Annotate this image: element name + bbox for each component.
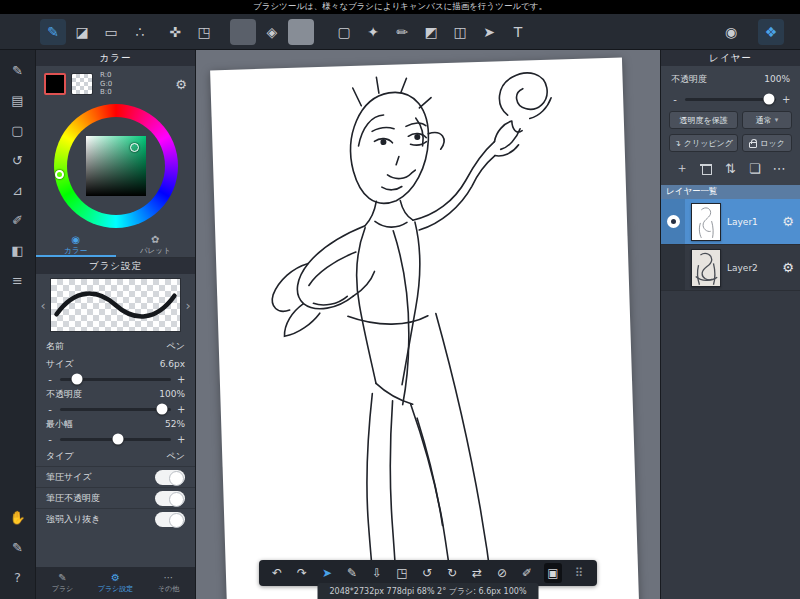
size-slider-track[interactable] <box>60 378 171 381</box>
material-icon[interactable]: ▣ <box>544 563 562 583</box>
clipping-label: クリッピング <box>684 138 733 149</box>
bucket-tool[interactable]: ◈ <box>259 19 285 45</box>
flip-canvas-icon[interactable]: ⇄ <box>469 563 485 583</box>
export-icon[interactable]: ◳ <box>394 563 410 583</box>
blend-mode-button[interactable]: 通常 ▾ <box>742 111 792 129</box>
stylus-only-icon[interactable]: ✎ <box>6 535 30 559</box>
divide-canvas-tool[interactable]: ◫ <box>447 19 473 45</box>
opacity-slider-knob[interactable] <box>157 404 168 415</box>
lock-button[interactable]: ロック <box>742 134 792 152</box>
pressure-size-toggle[interactable] <box>155 470 185 485</box>
layer2-visibility-toggle[interactable] <box>661 245 685 290</box>
size-minus-button[interactable]: - <box>46 374 54 385</box>
rotate-ccw-icon[interactable]: ↺ <box>419 563 435 583</box>
pressure-opacity-toggle[interactable] <box>155 491 185 506</box>
layer1-settings-icon[interactable]: ⚙ <box>782 214 800 229</box>
sv-cursor[interactable] <box>130 143 139 152</box>
select-eraser-tool[interactable]: ◩ <box>418 19 444 45</box>
disable-touch-draw-icon[interactable]: ⊘ <box>494 563 510 583</box>
undo-icon[interactable]: ↶ <box>269 563 285 583</box>
minwidth-minus-button[interactable]: - <box>46 434 54 445</box>
rotate-view-icon[interactable]: ↺ <box>6 148 30 172</box>
rotate-cw-icon[interactable]: ↻ <box>444 563 460 583</box>
bg-color-swatch[interactable] <box>288 19 314 45</box>
more-layer-options-icon[interactable]: ⋯ <box>770 159 788 177</box>
prev-brush-icon[interactable]: ‹ <box>38 298 48 313</box>
tab-brush[interactable]: ✎ ブラシ <box>36 567 89 599</box>
size-plus-button[interactable]: + <box>177 374 185 385</box>
layer-opacity-track[interactable] <box>685 98 776 101</box>
text-tool[interactable]: T <box>505 19 531 45</box>
opacity-slider-track[interactable] <box>60 408 171 411</box>
transparent-color-swatch[interactable] <box>71 73 93 95</box>
canvas[interactable] <box>210 58 643 599</box>
pages-icon[interactable]: ▤ <box>6 88 30 112</box>
grid-icon[interactable]: ⠿ <box>571 563 587 583</box>
duplicate-layer-icon[interactable]: ❏ <box>746 159 764 177</box>
clipping-button[interactable]: ↴ クリッピング <box>669 134 738 152</box>
fg-bg-color-icon[interactable]: ◧ <box>6 238 30 262</box>
layer-opacity-minus[interactable]: - <box>671 94 679 105</box>
shape-brush-tool[interactable]: ▭ <box>98 19 124 45</box>
minwidth-plus-button[interactable]: + <box>177 434 185 445</box>
canvas-status-bar: 2048*2732px 778dpi 68% 2° ブラシ: 6.6px 100… <box>318 583 539 599</box>
snap-select-icon[interactable]: ➤ <box>319 563 335 583</box>
layer-list-title: レイヤー一覧 <box>666 186 718 198</box>
protect-alpha-button[interactable]: 透明度を保護 <box>669 111 738 129</box>
add-layer-icon[interactable]: ＋ <box>673 159 691 177</box>
fg-color-swatch[interactable] <box>230 19 256 45</box>
pen-rail-icon[interactable]: ✎ <box>6 58 30 82</box>
tab-brush-settings[interactable]: ⚙ ブラシ設定 <box>89 567 142 599</box>
layer-row-layer1[interactable]: Layer1 ⚙ <box>661 199 800 245</box>
save-icon[interactable]: ⇩ <box>369 563 385 583</box>
select-pen-tool[interactable]: ✏ <box>389 19 415 45</box>
primary-color-swatch[interactable] <box>44 73 66 95</box>
tab-color[interactable]: ◉ カラー <box>36 232 116 257</box>
layer-opacity-knob[interactable] <box>763 94 774 105</box>
pan-hand-icon[interactable]: ✋ <box>6 505 30 529</box>
scatter-brush-tool[interactable]: ∴ <box>127 19 153 45</box>
pen-quick-icon[interactable]: ✎ <box>344 563 360 583</box>
transform-tool[interactable]: ◳ <box>191 19 217 45</box>
opacity-plus-button[interactable]: + <box>177 404 185 415</box>
collab-users-icon[interactable]: ◉ <box>718 19 744 45</box>
tab-other[interactable]: ⋯ その他 <box>142 567 195 599</box>
layer2-settings-icon[interactable]: ⚙ <box>782 260 800 275</box>
reorder-layer-icon[interactable]: ⇅ <box>722 159 740 177</box>
brush-tool[interactable]: ✎ <box>40 19 66 45</box>
pressure-opacity-label: 筆圧不透明度 <box>46 492 100 505</box>
layer1-visibility-toggle[interactable] <box>661 199 685 244</box>
opacity-minus-button[interactable]: - <box>46 404 54 415</box>
rgb-readout: R:0 G:0 B:0 <box>98 71 170 97</box>
move-tool[interactable]: ✜ <box>162 19 188 45</box>
minwidth-slider-track[interactable] <box>60 438 171 441</box>
layer-opacity-plus[interactable]: + <box>782 94 790 105</box>
layer-row-layer2[interactable]: Layer2 ⚙ <box>661 245 800 291</box>
rail-top-group: ✎▤▢↺⊿✐◧≡ <box>0 58 35 292</box>
magic-wand-tool[interactable]: ✦ <box>360 19 386 45</box>
panels-icon[interactable]: ❖ <box>758 19 784 45</box>
eraser-tool[interactable]: ◪ <box>69 19 95 45</box>
delete-layer-icon[interactable] <box>697 159 715 177</box>
next-brush-icon[interactable]: › <box>183 298 193 313</box>
ruler-icon[interactable]: ⊿ <box>6 178 30 202</box>
size-slider-knob[interactable] <box>71 374 82 385</box>
operation-select-tool[interactable]: ➤ <box>476 19 502 45</box>
brush-stroke-sample[interactable] <box>50 278 181 332</box>
minwidth-slider-knob[interactable] <box>112 434 123 445</box>
stylus-icon[interactable]: ✐ <box>6 208 30 232</box>
stroke-taper-toggle[interactable] <box>155 512 185 527</box>
tab-palette[interactable]: ✿ パレット <box>116 232 196 257</box>
left-panel-bottom-tabs: ✎ ブラシ ⚙ ブラシ設定 ⋯ その他 <box>36 567 195 599</box>
redo-icon[interactable]: ↷ <box>294 563 310 583</box>
selection-icon[interactable]: ▢ <box>6 118 30 142</box>
layer-button-row-2: ↴ クリッピング ロック <box>669 134 792 152</box>
hue-cursor[interactable] <box>55 170 64 179</box>
color-settings-icon[interactable]: ⚙ <box>175 77 187 92</box>
saturation-value-square[interactable] <box>86 136 146 196</box>
select-rect-tool[interactable]: ▢ <box>331 19 357 45</box>
color-wheel[interactable] <box>54 104 178 228</box>
clear-draw-icon[interactable]: ✐ <box>519 563 535 583</box>
material-list-icon[interactable]: ≡ <box>6 268 30 292</box>
help-icon[interactable]: ? <box>6 565 30 589</box>
